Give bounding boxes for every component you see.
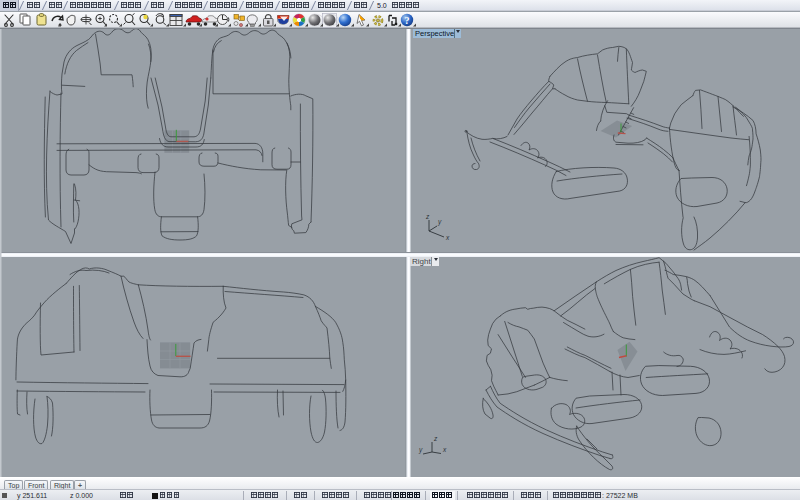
svg-text:?: ? (405, 15, 410, 26)
